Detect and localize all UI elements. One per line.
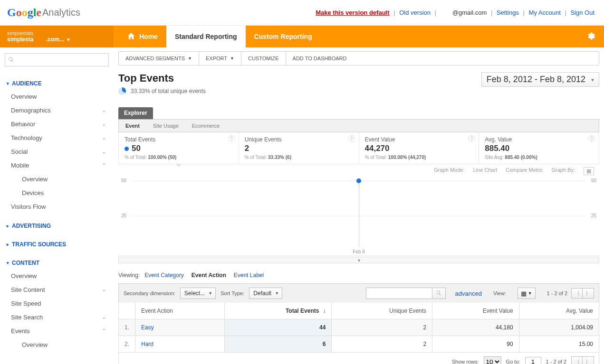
page-info: 1 - 2 of 2 <box>547 290 567 296</box>
table-search-input[interactable] <box>366 288 432 299</box>
my-account-link[interactable]: My Account <box>529 9 561 16</box>
next-page-button[interactable]: 〉 <box>583 288 594 299</box>
view-event-category[interactable]: Event Category <box>144 272 184 279</box>
old-version-link[interactable]: Old version <box>399 9 431 16</box>
col-total-events[interactable]: Total Events↓ <box>225 303 332 319</box>
search-icon <box>8 56 14 64</box>
secondary-dimension-select[interactable]: Select...▼ <box>180 288 216 299</box>
go-to-input[interactable] <box>525 357 541 364</box>
col-event-action[interactable]: Event Action <box>135 303 225 319</box>
sidebar-item-mobile[interactable]: Mobile⌃ <box>5 159 109 172</box>
col-avg-value[interactable]: Avg. Value <box>519 303 599 319</box>
chart-zoom-strip[interactable]: ▾ <box>118 257 599 263</box>
explorer-tab[interactable]: Explorer <box>118 107 153 119</box>
app-header: Google Analytics Make this version defau… <box>0 0 604 26</box>
help-icon[interactable]: ? <box>348 135 355 142</box>
settings-link[interactable]: Settings <box>497 9 519 16</box>
compare-metric-button[interactable]: Compare Metric <box>506 167 543 175</box>
graph-mode-line[interactable]: Line Chart <box>473 167 497 175</box>
customize-button[interactable]: CUSTOMIZE <box>241 52 286 65</box>
sidebar-search-input[interactable] <box>17 56 105 63</box>
make-version-default-link[interactable]: Make this version default <box>316 9 389 16</box>
row-link-easy[interactable]: Easy <box>141 324 154 331</box>
sidebar-item-events-overview[interactable]: Overview <box>5 338 109 352</box>
sidebar-section-audience[interactable]: ▾AUDIENCE <box>5 76 109 90</box>
sidebar-item-mobile-devices[interactable]: Devices <box>5 186 109 200</box>
gear-icon[interactable] <box>586 31 595 42</box>
viewing-row: Viewing: Event Category Event Action Eve… <box>118 272 599 279</box>
prev-page-button[interactable]: 〈 <box>571 288 583 299</box>
logo: Google Analytics <box>7 6 80 19</box>
col-event-value[interactable]: Event Value <box>432 303 519 319</box>
caret-down-icon: ▼ <box>590 77 595 82</box>
sidebar-item-site-content[interactable]: Site Content⌄ <box>5 283 109 297</box>
sort-type-select[interactable]: Default▼ <box>249 288 282 299</box>
sidebar-item-overview[interactable]: Overview <box>5 90 109 103</box>
sidebar-item-site-search[interactable]: Site Search⌄ <box>5 310 109 324</box>
sidebar-item-technology[interactable]: Technology⌄ <box>5 131 109 145</box>
sidebar-section-advertising[interactable]: ▸ADVERTISING <box>5 218 109 232</box>
footer-next-button[interactable]: 〉 <box>583 356 594 364</box>
date-range-picker[interactable]: Feb 8, 2012 - Feb 8, 2012▼ <box>481 72 599 87</box>
data-table: Event Action Total Events↓ Unique Events… <box>118 303 599 353</box>
chart-point[interactable] <box>356 178 361 183</box>
sidebar-section-content[interactable]: ▾CONTENT <box>5 255 109 269</box>
sidebar-section-traffic[interactable]: ▸TRAFFIC SOURCES <box>5 237 109 251</box>
view-table-button[interactable]: ▦ ▼ <box>518 288 536 299</box>
nav-custom-reporting[interactable]: Custom Reporting <box>246 26 321 47</box>
metric-unique-events[interactable]: ? Unique Events 2 % of Total: 33.33% (6) <box>239 132 359 164</box>
chart-controls: Graph Mode: Line Chart Compare Metric Gr… <box>118 164 599 175</box>
subtab-event[interactable]: Event <box>119 120 146 132</box>
help-icon[interactable]: ? <box>588 135 595 142</box>
table-row: 1. Easy 44 2 44,180 1,004.09 <box>119 319 599 336</box>
footer-prev-button[interactable]: 〈 <box>571 356 583 364</box>
sign-out-link[interactable]: Sign Out <box>570 9 594 16</box>
home-icon <box>127 32 135 42</box>
show-rows-select[interactable]: 10 <box>484 356 501 364</box>
nav-standard-reporting[interactable]: Standard Reporting <box>166 26 246 47</box>
sidebar-item-events[interactable]: Events⌃ <box>5 324 109 338</box>
chevron-down-icon: ⌄ <box>102 107 106 113</box>
sidebar-item-mobile-overview[interactable]: Overview <box>5 172 109 186</box>
advanced-segments-button[interactable]: ADVANCED SEGMENTS▼ <box>119 52 199 65</box>
sidebar-item-content-overview[interactable]: Overview <box>5 269 109 283</box>
chevron-down-icon: ⌄ <box>102 287 106 293</box>
table-search-button[interactable] <box>432 288 446 299</box>
content-area: ADVANCED SEGMENTS▼ EXPORT▼ CUSTOMIZE ADD… <box>114 47 604 364</box>
advanced-filter-link[interactable]: advanced <box>455 290 482 297</box>
account-picker[interactable]: simplestats simplesta .com...▼ <box>0 26 114 47</box>
metric-event-value[interactable]: ? Event Value 44,270 % of Total: 100.00%… <box>359 132 479 164</box>
chevron-down-icon: ⌄ <box>102 149 106 155</box>
page-title: Top Events <box>118 72 206 84</box>
sidebar: ▾AUDIENCE Overview Demographics⌄ Behavio… <box>0 47 114 364</box>
metric-total-events[interactable]: ? Total Events 50 % of Total: 100.00% (5… <box>119 132 239 164</box>
sidebar-search[interactable] <box>5 53 109 66</box>
table-controls: Secondary dimension: Select...▼ Sort Typ… <box>118 283 599 303</box>
view-event-action[interactable]: Event Action <box>192 272 226 279</box>
metric-avg-value[interactable]: ? Avg. Value 885.40 Site Avg: 885.40 (0.… <box>479 132 599 164</box>
sidebar-item-visitors-flow[interactable]: Visitors Flow <box>5 200 109 214</box>
help-icon[interactable]: ? <box>228 135 235 142</box>
sidebar-item-demographics[interactable]: Demographics⌄ <box>5 103 109 117</box>
sidebar-item-social[interactable]: Social⌄ <box>5 145 109 159</box>
help-icon[interactable]: ? <box>468 135 475 142</box>
subtab-site-usage[interactable]: Site Usage <box>146 120 185 132</box>
caret-down-icon: ▼ <box>188 56 192 61</box>
table-footer: Show rows: 10 Go to: 1 - 2 of 2 〈 〉 <box>118 353 599 364</box>
sidebar-item-behavior[interactable]: Behavior⌄ <box>5 117 109 131</box>
export-button[interactable]: EXPORT▼ <box>199 52 241 65</box>
sidebar-item-site-speed[interactable]: Site Speed <box>5 297 109 310</box>
explorer-subtabs: Event Site Usage Ecommerce <box>118 119 599 132</box>
subtab-ecommerce[interactable]: Ecommerce <box>185 120 227 132</box>
chevron-down-icon: ⌄ <box>102 314 106 320</box>
view-event-label[interactable]: Event Label <box>234 272 264 279</box>
search-icon <box>436 290 441 297</box>
add-to-dashboard-button[interactable]: ADD TO DASHBOARD <box>286 52 354 65</box>
footer-page-info: 1 - 2 of 2 <box>546 359 566 364</box>
table-row: 2. Hard 6 2 90 15.00 <box>119 336 599 353</box>
graph-by-icon[interactable]: ▦ <box>584 167 594 175</box>
row-link-hard[interactable]: Hard <box>141 341 153 347</box>
chevron-down-icon: ⌄ <box>102 135 106 141</box>
nav-home[interactable]: Home <box>118 26 166 47</box>
col-unique-events[interactable]: Unique Events <box>332 303 432 319</box>
